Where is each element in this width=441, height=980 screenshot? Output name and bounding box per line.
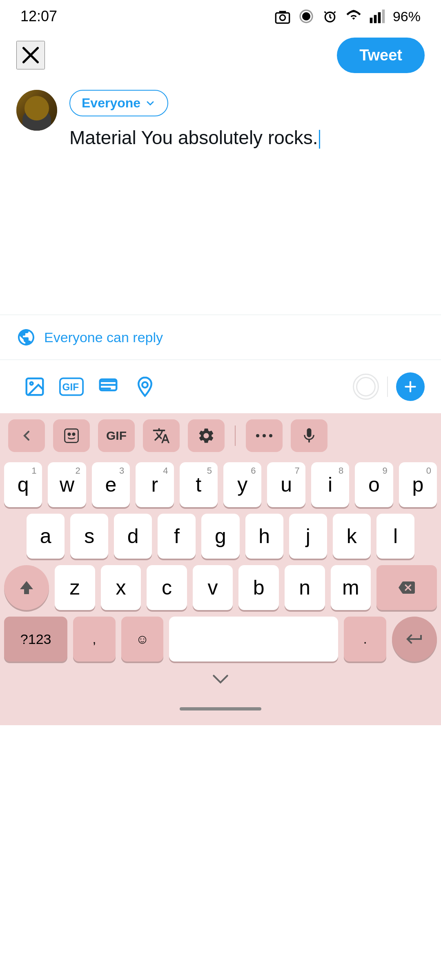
key-c[interactable]: c [147,565,187,610]
key-r[interactable]: 4r [136,462,174,507]
home-bar-container [0,693,441,725]
svg-rect-6 [382,9,385,23]
key-w[interactable]: 2w [48,462,86,507]
key-a[interactable]: a [27,514,65,559]
key-row-1: 1q 2w 3e 4r 5t 6y 7u 8i 9o 0p [4,462,437,507]
keyboard-mic-button[interactable] [291,419,327,452]
key-k[interactable]: k [333,514,371,559]
tweet-text-content: Material You absolutely rocks. [69,127,318,148]
svg-point-25 [269,434,272,437]
keyboard-settings-button[interactable] [188,419,225,452]
key-g[interactable]: g [201,514,239,559]
location-button[interactable] [127,368,163,405]
key-space[interactable] [169,617,338,662]
keyboard: GIF 1q 2w 3e 4 [0,413,441,725]
key-p[interactable]: 0p [399,462,437,507]
char-counter [353,374,379,400]
keyboard-toolbar: GIF [0,413,441,458]
status-time: 12:07 [20,8,57,25]
reply-info-text: Everyone can reply [44,330,163,345]
compose-right: Everyone Material You absolutely rocks. [69,90,425,302]
key-shift[interactable] [4,565,49,610]
battery-level: 96% [393,9,421,24]
close-button[interactable] [16,41,45,69]
reply-info[interactable]: Everyone can reply [0,315,441,359]
keyboard-back-button[interactable] [8,419,45,452]
key-row-2: a s d f g h j k l [4,514,437,559]
svg-point-21 [68,433,71,436]
key-row-4: ?123 , ☺ . [4,617,437,662]
kb-toolbar-divider [235,425,236,446]
keyboard-gif-button[interactable]: GIF [98,419,135,452]
toolbar-divider [387,376,388,397]
key-enter[interactable] [392,617,437,662]
toolbar: GIF [0,359,441,413]
key-period[interactable]: . [344,617,386,662]
svg-rect-20 [65,429,78,443]
key-l[interactable]: l [376,514,414,559]
svg-point-1 [280,15,285,20]
svg-text:GIF: GIF [62,381,79,392]
key-t[interactable]: 5t [180,462,218,507]
key-o[interactable]: 9o [355,462,393,507]
key-b[interactable]: b [238,565,279,610]
key-s[interactable]: s [70,514,108,559]
svg-rect-4 [374,15,377,23]
app-icon [298,8,314,24]
key-comma[interactable]: , [73,617,116,662]
svg-point-24 [263,434,266,437]
keyboard-collapse[interactable] [0,668,441,688]
key-j[interactable]: j [289,514,327,559]
list-button[interactable] [90,368,127,405]
key-emoji[interactable]: ☺ [121,617,164,662]
gif-label: GIF [106,429,127,443]
svg-point-17 [142,382,148,388]
image-button[interactable] [16,368,53,405]
key-delete[interactable] [376,565,437,610]
key-y[interactable]: 6y [223,462,261,507]
alarm-icon [322,8,338,24]
key-row-3: z x c v b n m [4,565,437,610]
audience-label: Everyone [82,96,140,111]
audience-button[interactable]: Everyone [69,90,168,116]
signal-icon [369,8,385,24]
key-u[interactable]: 7u [267,462,305,507]
tweet-text-area[interactable]: Material You absolutely rocks. [69,125,425,151]
key-d[interactable]: d [114,514,152,559]
avatar [16,90,57,131]
keyboard-emoji-sticker-button[interactable] [53,419,90,452]
keyboard-more-button[interactable] [246,419,283,452]
globe-icon [16,327,36,347]
wifi-icon [345,8,362,24]
key-rows: 1q 2w 3e 4r 5t 6y 7u 8i 9o 0p a s d f g … [0,458,441,662]
keyboard-translate-button[interactable] [143,419,180,452]
key-n[interactable]: n [285,565,325,610]
key-f[interactable]: f [158,514,196,559]
key-i[interactable]: 8i [311,462,349,507]
key-x[interactable]: x [101,565,141,610]
home-bar [180,707,261,710]
key-numbers[interactable]: ?123 [4,617,67,662]
key-h[interactable]: h [245,514,283,559]
compose-area: Everyone Material You absolutely rocks. [0,78,441,314]
add-thread-button[interactable] [396,372,425,401]
svg-point-10 [30,382,33,385]
svg-rect-3 [370,18,373,23]
gif-button[interactable]: GIF [53,368,90,405]
svg-rect-5 [378,12,381,23]
camera-icon [274,8,291,24]
key-z[interactable]: z [55,565,95,610]
svg-point-23 [256,434,259,437]
text-cursor [319,130,320,149]
key-v[interactable]: v [193,565,233,610]
tweet-button[interactable]: Tweet [337,38,425,73]
key-q[interactable]: 1q [4,462,42,507]
status-bar: 12:07 96% [0,0,441,33]
status-icons: 96% [274,8,421,24]
key-m[interactable]: m [331,565,371,610]
svg-point-22 [73,433,75,436]
top-bar: Tweet [0,33,441,78]
key-e[interactable]: 3e [92,462,130,507]
